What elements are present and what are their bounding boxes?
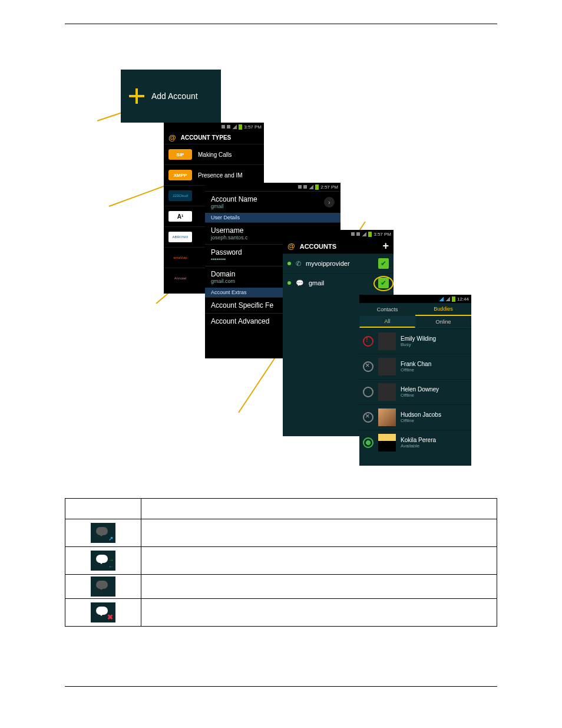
buddy-row[interactable]: Hudson Jacobs Offline (359, 404, 471, 430)
account-type-sip[interactable]: SIP Making Calls (164, 144, 264, 164)
avatar (378, 409, 396, 426)
signal-icon (362, 232, 366, 236)
status-icon (351, 232, 355, 236)
sub-tabs: All Online (359, 316, 471, 328)
icon-cell: →← (65, 547, 141, 575)
meaning-cell (141, 547, 497, 575)
provider-logo: 123Cloud (168, 190, 192, 201)
phone-icon: ✆ (296, 260, 301, 268)
buddy-name: Frank Chan (401, 361, 431, 367)
chevron-right-icon[interactable]: › (324, 197, 335, 207)
account-name-value: gmail (211, 203, 257, 209)
table-row: →← (65, 547, 497, 575)
provider-logo: ABRONIX (168, 232, 192, 242)
accounts-title-bar: @ACCOUNTS + (283, 238, 394, 253)
account-name-label: Account Name (211, 195, 257, 203)
sip-label: Making Calls (198, 151, 232, 158)
avatar (378, 332, 396, 350)
signal-icon (309, 185, 313, 189)
status-bar: 12:44 (359, 295, 471, 303)
buddy-name: Kokila Perera (401, 437, 436, 443)
chat-icon: 💬 (296, 279, 304, 287)
buddies-phone: 12:44 Contacts Buddies All Online Emily … (359, 295, 471, 466)
add-account-icon[interactable]: + (382, 241, 389, 251)
accounts-title: ACCOUNTS (300, 243, 336, 250)
buddy-name: Emily Wilding (401, 335, 436, 342)
tab-buddies[interactable]: Buddies (415, 303, 471, 316)
message-disabled-icon (91, 577, 115, 597)
buddy-row[interactable]: Emily Wilding Busy (359, 328, 471, 354)
buddy-row[interactable]: Kokila Perera Available (359, 430, 471, 455)
header-icon (65, 499, 141, 519)
status-bar: 3:57 PM (164, 123, 264, 131)
xmpp-label: Presence and IM (198, 172, 243, 179)
provider-logo: A¹ (168, 211, 192, 222)
document-page: Add Account 3:57 PM @ ACCOUNT TYPES SIP … (0, 0, 562, 728)
clock: 2:57 PM (320, 185, 338, 190)
account-name-row[interactable]: Account Name gmail › (205, 191, 340, 213)
add-account-label: Add Account (151, 91, 198, 101)
icon-cell (65, 575, 141, 599)
screenshot-stage: Add Account 3:57 PM @ ACCOUNT TYPES SIP … (65, 65, 497, 472)
highlight-ring (373, 276, 394, 291)
table-row: ✖ (65, 599, 497, 627)
subtab-all[interactable]: All (359, 316, 415, 328)
presence-busy-icon (363, 336, 373, 347)
buddy-status: Available (401, 443, 436, 449)
avatar (378, 383, 396, 401)
account-types-title: @ ACCOUNT TYPES (164, 131, 264, 144)
at-icon: @ (168, 133, 176, 142)
wifi-icon (439, 297, 444, 301)
account-label: gmail (309, 279, 324, 286)
battery-icon (368, 232, 372, 237)
status-dot-icon (287, 262, 291, 265)
subtab-online[interactable]: Online (415, 316, 471, 328)
xmpp-badge: XMPP (168, 170, 192, 180)
add-account-tile[interactable]: Add Account (121, 70, 221, 123)
table-header-row (65, 499, 497, 519)
status-icon (227, 125, 230, 129)
table-row (65, 575, 497, 599)
buddy-status: Busy (401, 342, 436, 347)
buddy-row[interactable]: Helen Downey Offline (359, 379, 471, 404)
table-row: ↗ (65, 519, 497, 547)
provider-logo: Annotel (168, 273, 192, 284)
message-failed-icon: ✖ (91, 602, 115, 622)
buddy-name: Hudson Jacobs (401, 411, 441, 418)
status-bar: 2:57 PM (205, 183, 340, 191)
message-both-icon: →← (91, 551, 115, 571)
icon-cell: ✖ (65, 599, 141, 627)
status-icon (222, 125, 225, 129)
status-dot-icon (287, 281, 291, 285)
status-icon (298, 185, 302, 189)
buddy-status: Offline (401, 367, 431, 373)
signal-icon (232, 125, 237, 129)
top-tabs: Contacts Buddies (359, 303, 471, 316)
battery-icon (315, 185, 319, 190)
rule-bottom (65, 686, 497, 687)
account-type-xmpp[interactable]: XMPP Presence and IM (164, 164, 264, 185)
status-bar: 3:57 PM (283, 230, 394, 238)
tab-contacts[interactable]: Contacts (359, 303, 415, 316)
account-row-gmail[interactable]: 💬 gmail ✔ (283, 273, 394, 292)
battery-icon (239, 124, 242, 130)
icon-cell: ↗ (65, 519, 141, 547)
plus-icon (129, 88, 144, 104)
buddy-row[interactable]: Frank Chan Offline (359, 354, 471, 379)
at-icon: @ (287, 242, 295, 251)
avatar (378, 434, 396, 452)
battery-icon (452, 297, 455, 302)
presence-available-icon (363, 437, 373, 448)
meaning-cell (141, 519, 497, 547)
message-outgoing-icon: ↗ (91, 523, 115, 543)
account-label: myvoipprovider (306, 260, 350, 267)
status-icon (303, 185, 307, 189)
clock: 3:57 PM (373, 232, 391, 237)
account-row-voip[interactable]: ✆ myvoipprovider ✔ (283, 253, 394, 273)
clock: 12:44 (457, 297, 469, 302)
sip-badge: SIP (168, 149, 192, 160)
presence-offline-icon (363, 361, 373, 372)
buddy-name: Helen Downey (401, 386, 439, 393)
check-icon[interactable]: ✔ (378, 258, 389, 269)
signal-icon (445, 297, 450, 301)
